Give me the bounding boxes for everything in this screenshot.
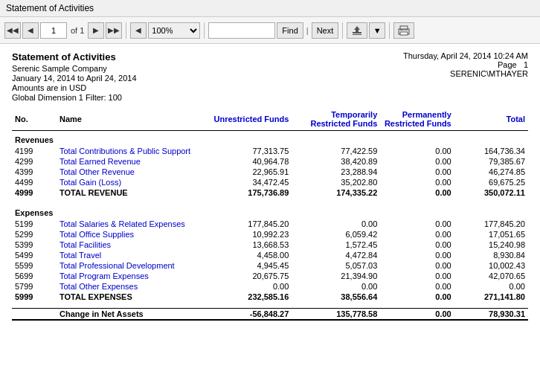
cell-total: 79,385.67 — [454, 156, 528, 167]
col-header-no: No. — [12, 108, 57, 131]
print-icon — [398, 25, 410, 36]
page-number-input[interactable] — [40, 22, 67, 39]
separator-3 — [342, 22, 343, 39]
cell-total: 46,274.85 — [454, 167, 528, 177]
cell-name: Total Contributions & Public Support — [57, 146, 203, 156]
cell-temp: 5,057.03 — [292, 260, 380, 271]
table-row: 5399 Total Facilities 13,668.53 1,572.45… — [12, 240, 528, 250]
cell-perm: 0.00 — [380, 167, 454, 177]
cell-perm: 0.00 — [380, 219, 454, 229]
prev-page-button[interactable]: ◀ — [22, 22, 39, 39]
export-icon — [351, 25, 363, 36]
section-title: Expenses — [12, 204, 57, 219]
cell-perm: 0.00 — [380, 229, 454, 240]
cell-total: 42,070.65 — [454, 271, 528, 281]
summary-row: Change in Net Assets -56,848.27 135,778.… — [12, 308, 528, 320]
cell-perm: 0.00 — [380, 240, 454, 250]
next-button[interactable]: Next — [312, 22, 339, 39]
print-button[interactable] — [393, 22, 414, 39]
export-button[interactable] — [347, 22, 367, 39]
total-row-0: 4999 TOTAL REVENUE 175,736.89 174,335.22… — [12, 187, 528, 198]
cell-unrestricted: 40,964.78 — [203, 156, 292, 167]
cell-perm: 0.00 — [380, 177, 454, 187]
cell-name: Total Other Revenue — [57, 167, 203, 177]
report-currency: Amounts are in USD — [12, 83, 137, 92]
svg-marker-2 — [354, 26, 360, 32]
search-input[interactable] — [208, 22, 275, 39]
cell-name: Total Professional Development — [57, 260, 203, 271]
cell-no: 4499 — [12, 177, 57, 187]
cell-total: 15,240.98 — [454, 240, 528, 250]
report-user: SERENIC\MTHAYER — [403, 69, 528, 78]
cell-total-temp: 174,335.22 — [292, 187, 380, 198]
cell-name: Total Salaries & Related Expenses — [57, 219, 203, 229]
table-row: 4399 Total Other Revenue 22,965.91 23,28… — [12, 167, 528, 177]
table-row: 5199 Total Salaries & Related Expenses 1… — [12, 219, 528, 229]
cell-total: 164,736.34 — [454, 146, 528, 156]
toolbar: ◀◀ ◀ of 1 ▶ ▶▶ ◀ 100% 50% 75% 125% 150% … — [0, 17, 540, 44]
cell-no: 5799 — [12, 281, 57, 292]
next-page-button[interactable]: ▶ — [88, 22, 104, 39]
cell-total-no: 4999 — [12, 187, 57, 198]
cell-temp: 0.00 — [292, 219, 380, 229]
report-datetime: Thursday, April 24, 2014 10:24 AM — [403, 51, 528, 60]
cell-temp: 4,472.84 — [292, 250, 380, 260]
cell-total: 177,845.20 — [454, 219, 528, 229]
cell-total: 10,002.43 — [454, 260, 528, 271]
section-title: Revenues — [12, 131, 57, 147]
cell-unrestricted: 34,472.45 — [203, 177, 292, 187]
col-header-total: Total — [454, 108, 528, 131]
title-bar: Statement of Activities — [0, 0, 540, 17]
cell-temp: 77,422.59 — [292, 146, 380, 156]
cell-total: 69,675.25 — [454, 177, 528, 187]
back-button[interactable]: ◀ — [130, 22, 147, 39]
cell-total-unrestricted: 232,585.16 — [203, 292, 292, 302]
cell-temp: 38,420.89 — [292, 156, 380, 167]
find-button[interactable]: Find — [277, 22, 303, 39]
cell-unrestricted: 0.00 — [203, 281, 292, 292]
cell-total: 17,051.65 — [454, 229, 528, 240]
col-header-name: Name — [57, 108, 203, 131]
cell-perm: 0.00 — [380, 281, 454, 292]
report-header-left: Statement of Activities Serenic Sample C… — [12, 51, 137, 102]
cell-unrestricted: 177,845.20 — [203, 219, 292, 229]
cell-name: Total Facilities — [57, 240, 203, 250]
zoom-select[interactable]: 100% 50% 75% 125% 150% 200% — [148, 22, 200, 39]
cell-temp: 21,394.90 — [292, 271, 380, 281]
cell-temp: 35,202.80 — [292, 177, 380, 187]
cell-no: 4399 — [12, 167, 57, 177]
first-page-button[interactable]: ◀◀ — [4, 22, 21, 39]
cell-no: 5299 — [12, 229, 57, 240]
report-header: Statement of Activities Serenic Sample C… — [12, 51, 528, 102]
summary-temp: 135,778.58 — [292, 308, 380, 320]
export-dropdown-button[interactable]: ▼ — [369, 22, 385, 39]
table-row: 4499 Total Gain (Loss) 34,472.45 35,202.… — [12, 177, 528, 187]
cell-no: 5699 — [12, 271, 57, 281]
last-page-button[interactable]: ▶▶ — [106, 22, 122, 39]
cell-no: 5199 — [12, 219, 57, 229]
cell-unrestricted: 20,675.75 — [203, 271, 292, 281]
report-company: Serenic Sample Company — [12, 64, 137, 73]
cell-name: Total Gain (Loss) — [57, 177, 203, 187]
table-row: 5499 Total Travel 4,458.00 4,472.84 0.00… — [12, 250, 528, 260]
cell-total-no: 5999 — [12, 292, 57, 302]
svg-rect-0 — [353, 32, 361, 33]
cell-total-temp: 38,556.64 — [292, 292, 380, 302]
table-row: 4199 Total Contributions & Public Suppor… — [12, 146, 528, 156]
svg-rect-6 — [401, 30, 402, 30]
cell-name: Total Program Expenses — [57, 271, 203, 281]
table-row: 5299 Total Office Supplies 10,992.23 6,0… — [12, 229, 528, 240]
summary-no — [12, 308, 57, 320]
cell-temp: 23,288.94 — [292, 167, 380, 177]
cell-unrestricted: 77,313.75 — [203, 146, 292, 156]
cell-name: Total Travel — [57, 250, 203, 260]
report-date-range: January 14, 2014 to April 24, 2014 — [12, 74, 137, 83]
section-header-1: Expenses — [12, 204, 528, 219]
separator-4 — [389, 22, 390, 39]
cell-no: 5399 — [12, 240, 57, 250]
col-header-unrestricted: Unrestricted Funds — [203, 108, 292, 131]
table-row: 4299 Total Earned Revenue 40,964.78 38,4… — [12, 156, 528, 167]
cell-no: 5599 — [12, 260, 57, 271]
cell-perm: 0.00 — [380, 146, 454, 156]
cell-unrestricted: 13,668.53 — [203, 240, 292, 250]
